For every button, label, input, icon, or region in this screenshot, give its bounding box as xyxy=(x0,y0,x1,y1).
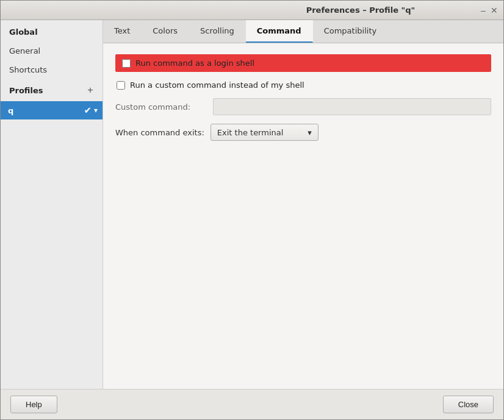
command-tab-content: Run command as a login shell Run a custo… xyxy=(103,43,503,389)
when-exits-label: When command exits: xyxy=(115,128,204,137)
tab-compatibility[interactable]: Compatibility xyxy=(313,20,389,43)
profile-entry-q[interactable]: q ✔ ▾ xyxy=(1,101,103,119)
sidebar-profiles-header: Profiles + xyxy=(1,79,103,101)
tab-text[interactable]: Text xyxy=(103,20,142,43)
titlebar: Preferences – Profile "q" – ✕ xyxy=(1,1,503,20)
login-shell-checkbox[interactable] xyxy=(122,59,131,68)
sidebar-global-label: Global xyxy=(1,20,103,41)
add-profile-button[interactable]: + xyxy=(84,84,96,96)
window-footer: Help Close xyxy=(1,389,503,419)
profile-name: q xyxy=(5,106,81,115)
custom-command-label[interactable]: Run a custom command instead of my shell xyxy=(117,80,304,90)
login-shell-label[interactable]: Run command as a login shell xyxy=(115,54,491,72)
custom-command-input[interactable] xyxy=(213,98,491,115)
sidebar-item-general[interactable]: General xyxy=(1,41,103,60)
login-shell-row: Run command as a login shell xyxy=(115,54,491,72)
titlebar-buttons: – ✕ xyxy=(479,6,499,15)
profile-dropdown-icon[interactable]: ▾ xyxy=(94,106,98,115)
when-exits-dropdown-icon: ▾ xyxy=(308,128,312,137)
custom-command-field-label: Custom command: xyxy=(115,102,207,112)
window-title: Preferences – Profile "q" xyxy=(242,5,479,15)
when-exits-select[interactable]: Exit the terminal ▾ xyxy=(211,124,319,141)
tab-scrolling[interactable]: Scrolling xyxy=(189,20,246,43)
sidebar-profiles-label: Profiles xyxy=(9,86,43,95)
close-footer-button[interactable]: Close xyxy=(443,396,494,413)
profile-check-icon: ✔ xyxy=(84,105,92,116)
close-button[interactable]: ✕ xyxy=(490,6,499,15)
minimize-button[interactable]: – xyxy=(479,6,488,15)
custom-command-checkbox[interactable] xyxy=(117,81,125,90)
custom-command-row: Run a custom command instead of my shell xyxy=(115,80,491,90)
preferences-window: Preferences – Profile "q" – ✕ Global Gen… xyxy=(0,0,504,420)
tabs: Text Colors Scrolling Command Compatibil… xyxy=(103,20,503,43)
tab-colors[interactable]: Colors xyxy=(142,20,189,43)
custom-command-field-row: Custom command: xyxy=(115,98,491,115)
when-exits-value: Exit the terminal xyxy=(217,128,284,137)
content-area: Text Colors Scrolling Command Compatibil… xyxy=(103,20,503,389)
sidebar-item-shortcuts[interactable]: Shortcuts xyxy=(1,60,103,79)
when-exits-row: When command exits: Exit the terminal ▾ xyxy=(115,124,491,141)
tab-command[interactable]: Command xyxy=(246,20,313,43)
window-body: Global General Shortcuts Profiles + q ✔ … xyxy=(1,20,503,389)
help-button[interactable]: Help xyxy=(10,396,57,413)
sidebar: Global General Shortcuts Profiles + q ✔ … xyxy=(1,20,103,389)
